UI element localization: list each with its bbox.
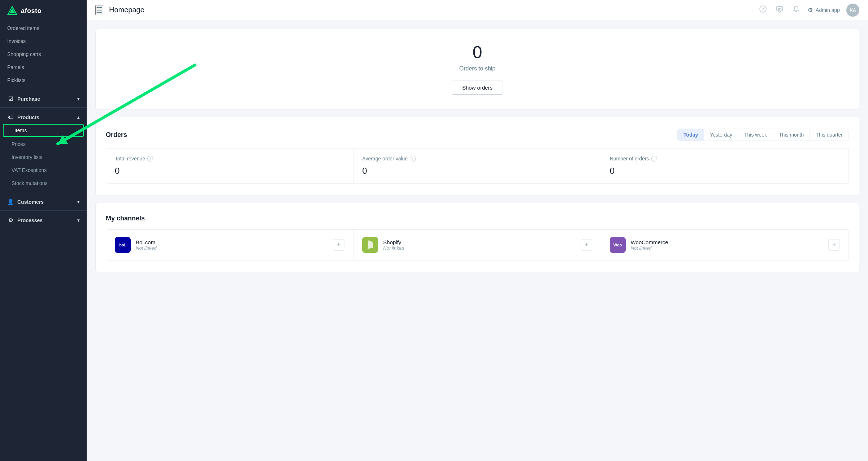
purchase-label: Purchase bbox=[17, 96, 40, 102]
bol-status: Not linked bbox=[136, 245, 328, 251]
show-orders-button[interactable]: Show orders bbox=[452, 81, 503, 95]
channel-shopify: Shopify Not linked + bbox=[353, 230, 601, 260]
sidebar-item-parcels[interactable]: Parcels bbox=[0, 61, 87, 74]
user-avatar[interactable]: KA bbox=[846, 4, 859, 17]
svg-text:?: ? bbox=[762, 7, 764, 12]
purchase-icon: ☑ bbox=[7, 96, 14, 102]
sidebar-item-stock-mutations[interactable]: Stock mutations bbox=[0, 177, 87, 190]
stat-average-order-value: Average order value i 0 bbox=[353, 148, 601, 183]
tab-yesterday[interactable]: Yesterday bbox=[704, 129, 738, 141]
average-order-label: Average order value i bbox=[362, 156, 592, 161]
sidebar-top-section: Ordered items Invoices Shopping carts Pa… bbox=[0, 22, 87, 87]
tab-today[interactable]: Today bbox=[678, 129, 704, 141]
app-name: afosto bbox=[21, 7, 42, 15]
sidebar-item-prices[interactable]: Prices bbox=[0, 138, 87, 151]
notification-icon-button[interactable] bbox=[791, 4, 801, 16]
orders-to-ship-card: 0 Orders to ship Show orders bbox=[95, 29, 859, 109]
orders-stats-header: Orders Today Yesterday This week This mo… bbox=[106, 129, 849, 141]
products-chevron-icon: ▴ bbox=[77, 115, 79, 120]
products-label: Products bbox=[17, 115, 39, 120]
sidebar-item-vat-exceptions[interactable]: VAT Exceptions bbox=[0, 164, 87, 177]
bol-add-button[interactable]: + bbox=[333, 239, 344, 251]
gear-icon: ⚙ bbox=[808, 7, 813, 13]
shopify-name: Shopify bbox=[383, 239, 575, 245]
shopify-logo-icon bbox=[362, 237, 378, 253]
processes-icon: ⚙ bbox=[7, 217, 14, 224]
total-revenue-value: 0 bbox=[115, 166, 344, 176]
menu-toggle-button[interactable]: ☰ bbox=[95, 5, 103, 15]
total-revenue-info-icon[interactable]: i bbox=[147, 156, 153, 161]
picklists-label: Picklists bbox=[7, 77, 26, 83]
shopify-add-button[interactable]: + bbox=[581, 239, 592, 251]
channels-grid: bol. Bol.com Not linked + bbox=[106, 229, 849, 260]
sidebar-item-inventory-lists[interactable]: Inventory lists bbox=[0, 151, 87, 164]
chat-icon-button[interactable] bbox=[774, 4, 785, 16]
sidebar-divider-4 bbox=[0, 210, 87, 211]
products-sub-menu: Items Prices Inventory lists VAT Excepti… bbox=[0, 123, 87, 190]
sidebar-item-ordered-items[interactable]: Ordered items bbox=[0, 22, 87, 35]
tab-this-month[interactable]: This month bbox=[773, 129, 810, 141]
help-icon: ? bbox=[759, 5, 767, 13]
svg-rect-4 bbox=[777, 7, 782, 11]
bol-name: Bol.com bbox=[136, 239, 328, 245]
sidebar-item-invoices[interactable]: Invoices bbox=[0, 35, 87, 48]
bell-icon bbox=[793, 5, 800, 13]
products-icon: 🏷 bbox=[7, 114, 14, 120]
bol-info: Bol.com Not linked bbox=[136, 239, 328, 251]
app-header: ☰ Homepage ? bbox=[87, 0, 868, 20]
shopify-status: Not linked bbox=[383, 245, 575, 251]
main-content: 0 Orders to ship Show orders Orders Toda… bbox=[87, 20, 868, 461]
sidebar: afosto Ordered items Invoices Shopping c… bbox=[0, 0, 87, 461]
stock-mutations-label: Stock mutations bbox=[12, 180, 48, 186]
sidebar-section-products[interactable]: 🏷 Products ▴ bbox=[0, 110, 87, 123]
processes-chevron-icon: ▾ bbox=[77, 218, 79, 223]
number-of-orders-label: Number of orders i bbox=[610, 156, 840, 161]
channels-section-title: My channels bbox=[106, 215, 849, 222]
parcels-label: Parcels bbox=[7, 64, 24, 70]
channel-woocommerce: Woo WooCommerce Not linked + bbox=[601, 230, 849, 260]
average-order-value: 0 bbox=[362, 166, 592, 176]
help-icon-button[interactable]: ? bbox=[758, 4, 768, 16]
sidebar-divider-3 bbox=[0, 192, 87, 192]
total-revenue-label: Total revenue i bbox=[115, 156, 344, 161]
average-order-info-icon[interactable]: i bbox=[410, 156, 416, 161]
admin-app-button[interactable]: ⚙ Admin app bbox=[808, 7, 840, 13]
sidebar-divider-1 bbox=[0, 89, 87, 89]
sidebar-section-customers[interactable]: 👤 Customers ▾ bbox=[0, 194, 87, 208]
avatar-initials: KA bbox=[850, 8, 856, 13]
stat-number-of-orders: Number of orders i 0 bbox=[601, 148, 849, 183]
woocommerce-add-button[interactable]: + bbox=[828, 239, 840, 251]
sidebar-section-purchase[interactable]: ☑ Purchase ▾ bbox=[0, 91, 87, 105]
sidebar-item-shopping-carts[interactable]: Shopping carts bbox=[0, 48, 87, 61]
sidebar-item-items[interactable]: Items bbox=[3, 124, 84, 137]
prices-label: Prices bbox=[12, 141, 26, 147]
bol-logo-icon: bol. bbox=[115, 237, 131, 253]
chat-icon bbox=[776, 5, 783, 13]
header-icons-group: ? ⚙ Admin app bbox=[758, 4, 859, 17]
sidebar-section-processes[interactable]: ⚙ Processes ▾ bbox=[0, 213, 87, 227]
number-of-orders-value: 0 bbox=[610, 166, 840, 176]
orders-count: 0 bbox=[106, 44, 849, 61]
number-of-orders-info-icon[interactable]: i bbox=[651, 156, 657, 161]
woocommerce-name: WooCommerce bbox=[631, 239, 823, 245]
tab-this-quarter[interactable]: This quarter bbox=[810, 129, 849, 141]
tab-this-week[interactable]: This week bbox=[738, 129, 773, 141]
stats-grid: Total revenue i 0 Average order value i … bbox=[106, 148, 849, 184]
orders-tab-group: Today Yesterday This week This month Thi… bbox=[677, 129, 849, 141]
admin-app-label: Admin app bbox=[816, 7, 840, 13]
processes-label: Processes bbox=[17, 217, 43, 223]
woocommerce-logo-icon: Woo bbox=[610, 237, 626, 253]
vat-exceptions-label: VAT Exceptions bbox=[12, 167, 47, 173]
my-channels-card: My channels bol. Bol.com Not linked + bbox=[95, 203, 859, 272]
woocommerce-status: Not linked bbox=[631, 245, 823, 251]
orders-section-title: Orders bbox=[106, 131, 127, 139]
shopify-info: Shopify Not linked bbox=[383, 239, 575, 251]
channel-bol: bol. Bol.com Not linked + bbox=[106, 230, 353, 260]
woocommerce-info: WooCommerce Not linked bbox=[631, 239, 823, 251]
items-label: Items bbox=[14, 128, 27, 133]
customers-icon: 👤 bbox=[7, 199, 14, 205]
sidebar-item-picklists[interactable]: Picklists bbox=[0, 74, 87, 87]
inventory-lists-label: Inventory lists bbox=[12, 154, 43, 160]
customers-label: Customers bbox=[17, 199, 44, 205]
app-logo[interactable]: afosto bbox=[0, 0, 87, 22]
